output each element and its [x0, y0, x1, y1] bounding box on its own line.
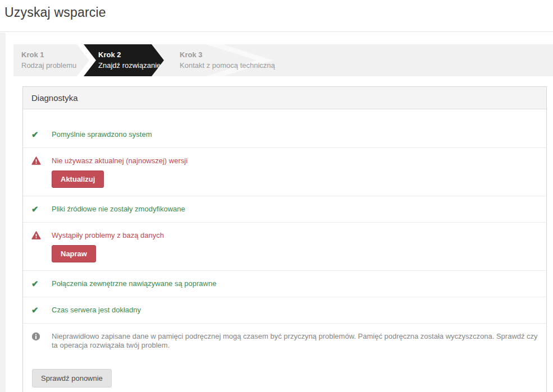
diagnostic-text: Pliki źródłowe nie zostały zmodyfikowane [52, 204, 185, 214]
step-sublabel: Rodzaj problemu [21, 61, 76, 70]
info-icon [31, 332, 40, 341]
diagnostic-text: Nieprawidłowo zapisane dane w pamięci po… [52, 331, 538, 350]
warning-icon [31, 231, 41, 239]
page-title: Uzyskaj wsparcie [4, 5, 549, 20]
diagnostic-item-cache-info: Nieprawidłowo zapisane dane w pamięci po… [23, 324, 546, 358]
diagnostics-list: ✔ Pomyślnie sprawdzono system Nie używas… [23, 109, 546, 358]
check-icon: ✔ [31, 279, 39, 288]
diagnostic-item-outdated-version: Nie używasz aktualnej (najnowszej) wersj… [23, 148, 546, 196]
warning-icon [31, 156, 41, 165]
diagnostic-text: Połączenia zewnętrzne nawiązywane są pop… [52, 279, 216, 288]
page-header: Uzyskaj wsparcie [0, 0, 553, 32]
check-again-button[interactable]: Sprawdź ponownie [32, 369, 112, 388]
step-label: Krok 1 [21, 50, 76, 59]
diagnostic-item-system-check: ✔ Pomyślnie sprawdzono system [23, 122, 546, 148]
diagnostic-text: Pomyślnie sprawdzono system [52, 130, 152, 139]
check-icon: ✔ [31, 130, 39, 139]
step-1-rodzaj-problemu[interactable]: Krok 1 Rodzaj problemu [21, 50, 76, 70]
step-label: Krok 2 [98, 50, 161, 59]
step-3-kontakt[interactable]: Krok 3 Kontakt z pomocą techniczną [180, 50, 275, 70]
step-label: Krok 3 [180, 50, 275, 59]
diagnostic-text: Nie używasz aktualnej (najnowszej) wersj… [52, 156, 188, 165]
panel-title: Diagnostyka [23, 87, 546, 109]
step-sublabel: Kontakt z pomocą techniczną [180, 61, 275, 70]
diagnostic-item-server-time: ✔ Czas serwera jest dokładny [23, 297, 546, 324]
check-icon: ✔ [31, 305, 39, 315]
diagnostics-panel: Diagnostyka ✔ Pomyślnie sprawdzono syste… [22, 86, 547, 392]
diagnostic-item-external-connections: ✔ Połączenia zewnętrzne nawiązywane są p… [23, 271, 546, 297]
step-2-znajdz-rozwiazanie[interactable]: Krok 2 Znajdź rozwiązanie [98, 50, 161, 70]
diagnostic-item-database: Wystąpiły problemy z bazą danych Napraw [23, 223, 546, 271]
diagnostic-text: Wystąpiły problemy z bazą danych [52, 230, 164, 240]
update-button[interactable]: Aktualizuj [52, 170, 104, 188]
repair-button[interactable]: Napraw [52, 245, 96, 262]
diagnostic-text: Czas serwera jest dokładny [52, 305, 141, 315]
diagnostic-item-source-files: ✔ Pliki źródłowe nie zostały zmodyfikowa… [23, 196, 546, 223]
step-wizard: Krok 1 Rodzaj problemu Krok 2 Znajdź roz… [13, 44, 553, 76]
main-content: Krok 1 Rodzaj problemu Krok 2 Znajdź roz… [13, 44, 553, 392]
step-sublabel: Znajdź rozwiązanie [98, 61, 161, 70]
left-gutter [0, 33, 6, 392]
check-icon: ✔ [31, 204, 39, 214]
